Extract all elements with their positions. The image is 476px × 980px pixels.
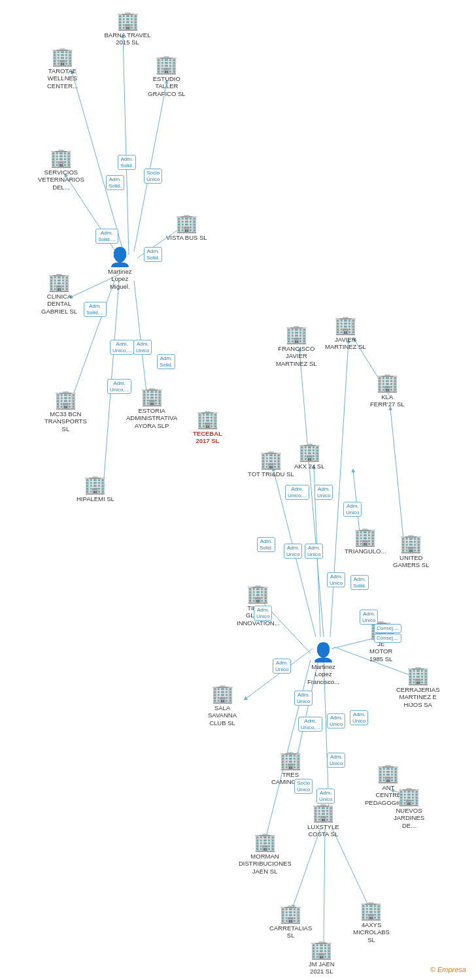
copyright: © Empresa <box>430 966 466 973</box>
label-sala: SALASAVANNACLUB SL <box>208 704 237 727</box>
badge-adm-unico-17: Adm.Unico <box>327 753 345 768</box>
label-martinez-miguel: MartinezLopezMiguel. <box>108 268 131 290</box>
building-icon-sala: 🏢 <box>211 685 234 703</box>
badge-adm-unico-2: Adm.Unico <box>133 340 152 355</box>
badge-adm-unico-14: Adm.Unico,... <box>298 717 322 732</box>
node-servicios-vet: 🏢 SERVICIOSVETERINARIOSDEL... <box>38 149 84 191</box>
building-icon-carretalias: 🏢 <box>279 905 302 923</box>
badge-adm-solid-3: Adm.Solid.... <box>95 229 118 244</box>
svg-line-24 <box>293 828 320 907</box>
node-francisco-javier: 🏢 FRANCISCOJAVIERMARTINEZ SL <box>276 325 317 367</box>
label-barna-travel: BARNA TRAVEL 2015 SL <box>101 31 154 46</box>
badge-adm-solid-7: Adm.Solid. <box>257 537 275 552</box>
badge-adm-solid-4: Adm.Solid. <box>144 247 162 262</box>
badge-adm-unico-6: Adm.Unico <box>343 502 362 517</box>
badge-adm-unico-7: Adm.Unico <box>284 544 302 559</box>
label-akx: AKX 24 SL <box>294 463 324 470</box>
label-jemotor: JEMOTOR1985 SL <box>369 640 392 662</box>
node-luxstyle: 🏢 LUXSTYLECOSTA SL <box>307 804 339 838</box>
badge-adm-unico-11: Adm.Unico <box>360 610 378 625</box>
label-clinica: CLINICADENTALGABRIEL SL <box>41 293 77 315</box>
node-mc33: 🏢 MC33 BCNTRANSPORTSSL <box>44 391 87 433</box>
badge-socio-unico-2: SocioÚnico <box>294 779 313 794</box>
building-icon-tot: 🏢 <box>260 451 282 469</box>
label-triangulo: TRIANGULO... <box>345 547 386 555</box>
node-triangulo: 🏢 TRIANGULO... <box>345 528 386 555</box>
building-icon-kla: 🏢 <box>376 374 399 392</box>
badge-adm-unico-15: Adm.Unico <box>327 713 345 728</box>
node-hipalemi: 🏢 HIPALEMI SL <box>76 476 114 502</box>
building-icon-servicios: 🏢 <box>50 149 73 167</box>
building-icon-vista: 🏢 <box>175 214 198 233</box>
svg-line-26 <box>332 828 369 908</box>
label-tecebal: TECEBAL2017 SL <box>193 430 222 445</box>
label-estudio: ESTUDIOTALLERGRAFICO SL <box>148 75 186 97</box>
label-nuevos: NUEVOSJARDINESDE... <box>394 807 424 829</box>
building-icon-tarotae: 🏢 <box>51 48 74 66</box>
badge-adm-unico-1: Adm.Unico,... <box>110 340 134 355</box>
building-icon-cerrajerias: 🏢 <box>407 666 430 685</box>
node-tecebal: 🏢 TECEBAL2017 SL <box>193 410 222 445</box>
node-akx24: 🏢 AKX 24 SL <box>294 443 324 470</box>
label-tot: TOT TRI&DU SL <box>248 470 294 478</box>
badge-adm-solid-2: Adm.Solid. <box>106 175 124 190</box>
badge-adm-unico-10: Adm.Unico <box>254 606 272 621</box>
label-morman: MORMANDISTRIBUCIONESJAEN SL <box>239 853 291 875</box>
label-martinez-francisco: MartinezLopezFrancisco... <box>307 663 339 685</box>
building-icon-barna-travel: 🏢 <box>116 12 139 30</box>
label-mc33: MC33 BCNTRANSPORTSSL <box>44 410 87 433</box>
node-martinez-francisco: 👤 MartinezLopezFrancisco... <box>307 644 339 685</box>
label-estoria: ESTORIAADMINISTRATIVAAYORA SLP <box>126 407 177 429</box>
building-icon-francisco: 🏢 <box>285 325 308 344</box>
label-united: UNITEDGAMERS SL <box>393 554 429 569</box>
building-icon-mc33: 🏢 <box>54 391 77 409</box>
node-united-gamers: 🏢 UNITEDGAMERS SL <box>393 534 429 569</box>
svg-line-21 <box>390 408 403 539</box>
node-martinez-miguel: 👤 MartinezLopezMiguel. <box>108 248 131 290</box>
badge-adm-unico-12: Adm.Unico <box>273 659 291 674</box>
building-icon-tecebal: 🏢 <box>196 410 219 429</box>
building-icon-morman: 🏢 <box>254 833 277 851</box>
node-barna-travel: 🏢 BARNA TRAVEL 2015 SL <box>101 12 154 46</box>
building-icon-akx: 🏢 <box>298 443 321 461</box>
node-4axys: 🏢 4AXYSMICROLABSSL <box>353 902 390 943</box>
svg-line-11 <box>266 660 311 836</box>
node-estoria: 🏢 ESTORIAADMINISTRATIVAAYORA SLP <box>126 387 177 429</box>
node-sala-savanna: 🏢 SALASAVANNACLUB SL <box>208 685 237 727</box>
badge-adm-unico-16: Adm.Unico <box>350 710 368 725</box>
building-icon-nuevos: 🏢 <box>398 787 420 806</box>
building-icon-tilbuy: 🏢 <box>246 585 269 603</box>
label-carretalias: CARRETALIASSL <box>269 924 312 939</box>
svg-line-25 <box>324 828 325 944</box>
building-icon-hipalemi: 🏢 <box>84 476 107 494</box>
node-clinica-dental: 🏢 CLINICADENTALGABRIEL SL <box>41 273 77 315</box>
node-jm-jaen: 🏢 JM JAEN2021 SL <box>309 941 335 975</box>
building-icon-estudio: 🏢 <box>155 56 178 74</box>
label-cerrajerias: CERRAJERIASMARTINEZ EHIJOS SA <box>396 686 440 708</box>
badge-adm-solid-8: Adm.Solid. <box>350 575 369 590</box>
badge-adm-solid-1: Adm.Solid. <box>118 155 136 170</box>
badge-adm-unico-3: Adm.Unico,... <box>107 379 131 394</box>
person-icon-miguel: 👤 <box>109 248 131 267</box>
node-kla-ferr: 🏢 KLAFERR'27 SL <box>370 374 405 408</box>
label-4axys: 4AXYSMICROLABSSL <box>353 921 390 943</box>
node-carretalias: 🏢 CARRETALIASSL <box>269 905 312 939</box>
node-nuevos-jardines: 🏢 NUEVOSJARDINESDE... <box>394 787 424 829</box>
person-icon-francisco: 👤 <box>312 644 335 662</box>
badge-adm-unico-5: Adm.Unico <box>314 485 333 500</box>
building-icon-estoria: 🏢 <box>141 387 163 406</box>
badge-adm-unico-9: Adm.Unico <box>327 572 345 587</box>
badge-adm-solid-6: Adm.Solid. <box>157 354 175 369</box>
badge-adm-unico-4: Adm.Unico,... <box>285 485 309 500</box>
badge-consej-1: Consej.... <box>374 624 401 633</box>
node-estudio-taller: 🏢 ESTUDIOTALLERGRAFICO SL <box>148 56 186 97</box>
badge-adm-unico-18: Adm.Unico <box>316 789 335 804</box>
node-tot-tridu: 🏢 TOT TRI&DU SL <box>248 451 294 478</box>
building-icon-4axys: 🏢 <box>360 902 382 920</box>
svg-line-16 <box>330 341 348 637</box>
label-vista: VISTA BUS SL <box>166 234 207 241</box>
building-icon-jmjaen: 🏢 <box>310 941 333 959</box>
label-francisco: FRANCISCOJAVIERMARTINEZ SL <box>276 345 317 367</box>
label-servicios: SERVICIOSVETERINARIOSDEL... <box>38 169 84 191</box>
label-kla: KLAFERR'27 SL <box>370 393 405 408</box>
